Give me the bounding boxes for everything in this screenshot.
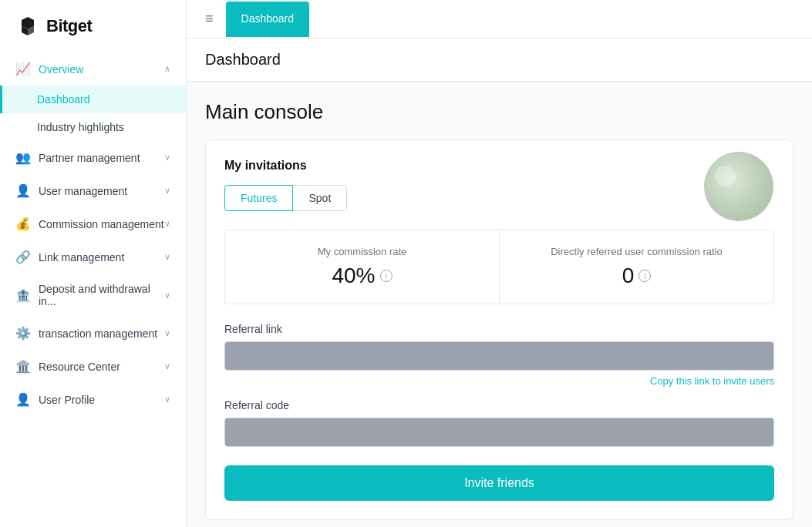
card-decoration — [692, 148, 785, 225]
referral-code-input[interactable] — [224, 418, 774, 447]
chevron-down-icon-2: ∨ — [164, 186, 170, 196]
sidebar-item-industry-highlights[interactable]: Industry highlights — [0, 113, 186, 141]
sidebar-transaction-label: transaction management — [39, 327, 157, 340]
referral-link-label: Referral link — [224, 323, 774, 335]
sidebar-user-profile-label: User Profile — [39, 394, 95, 406]
commission-icon: 💰 — [15, 217, 31, 231]
main-content: ≡ Dashboard Dashboard Main console My in… — [187, 0, 812, 527]
tab-dashboard[interactable]: Dashboard — [226, 2, 310, 37]
referral-link-section: Referral link Copy this link to invite u… — [224, 323, 774, 387]
decoration-circle — [704, 152, 773, 221]
chevron-down-icon: ∨ — [164, 153, 170, 163]
referral-code-label: Referral code — [224, 399, 774, 411]
main-card: My invitations Futures Spot My commissio… — [205, 139, 793, 520]
tab-spot-btn[interactable]: Spot — [293, 185, 347, 211]
section-title: Main console — [205, 100, 793, 124]
sidebar-item-commission-management[interactable]: 💰 Commission management ∨ — [0, 207, 186, 240]
user-mgmt-icon: 👤 — [15, 183, 31, 198]
content-area: Main console My invitations Futures Spot… — [187, 82, 812, 527]
page-header: Dashboard — [187, 39, 812, 82]
metric-commission-rate: My commission rate 40% i — [225, 230, 499, 304]
sidebar-item-link-management[interactable]: 🔗 Link management ∨ — [0, 240, 186, 274]
metrics-row: My commission rate 40% i Directly referr… — [224, 230, 774, 304]
sidebar-item-deposit-withdrawal[interactable]: 🏦 Deposit and withdrawal in... ∨ — [0, 274, 186, 317]
metric-referral-commission: Directly referred user commission ratio … — [499, 230, 773, 304]
resource-icon: 🏛️ — [15, 359, 31, 374]
chevron-down-icon-8: ∨ — [164, 394, 170, 404]
sidebar-item-partner-management[interactable]: 👥 Partner management ∨ — [0, 141, 186, 174]
transaction-icon: ⚙️ — [15, 326, 31, 341]
partner-icon: 👥 — [15, 150, 31, 165]
sidebar-item-overview[interactable]: 📈 Overview ∧ — [0, 52, 186, 86]
chevron-down-icon-5: ∨ — [164, 290, 170, 300]
sidebar-item-user-management[interactable]: 👤 User management ∨ — [0, 174, 186, 207]
sidebar-commission-label: Commission management — [39, 218, 164, 230]
tab-futures-btn[interactable]: Futures — [224, 185, 293, 211]
copy-link-button[interactable]: Copy this link to invite users — [224, 375, 774, 387]
referral-commission-info-icon[interactable]: i — [638, 270, 651, 282]
nav-section: 📈 Overview ∧ Dashboard Industry highligh… — [0, 52, 186, 527]
sidebar-link-label: Link management — [39, 251, 124, 264]
link-icon: 🔗 — [15, 250, 31, 264]
chevron-down-icon-7: ∨ — [164, 361, 170, 371]
referral-link-input[interactable] — [224, 341, 774, 371]
logo-area: Bitget — [0, 0, 186, 52]
sidebar: Bitget 📈 Overview ∧ Dashboard Industry h… — [0, 0, 187, 527]
commission-rate-value: 40% i — [244, 264, 480, 288]
sidebar-partner-label: Partner management — [39, 152, 140, 164]
bitget-logo-icon — [15, 14, 40, 39]
commission-rate-label: My commission rate — [244, 246, 480, 257]
sidebar-item-overview-label: Overview — [39, 63, 83, 76]
brand-name: Bitget — [46, 16, 92, 36]
referral-commission-label: Directly referred user commission ratio — [518, 246, 755, 257]
commission-rate-info-icon[interactable]: i — [380, 270, 393, 282]
sidebar-item-user-profile[interactable]: 👤 User Profile ∨ — [0, 383, 186, 416]
chevron-down-icon-4: ∨ — [164, 252, 170, 262]
sidebar-deposit-label: Deposit and withdrawal in... — [39, 283, 164, 307]
user-profile-icon: 👤 — [15, 392, 31, 407]
overview-icon: 📈 — [15, 62, 31, 76]
chevron-up-icon: ∧ — [164, 64, 170, 74]
top-bar: ≡ Dashboard — [187, 0, 812, 39]
sidebar-item-transaction-management[interactable]: ⚙️ transaction management ∨ — [0, 317, 186, 350]
chevron-down-icon-3: ∨ — [164, 219, 170, 229]
page-title: Dashboard — [205, 51, 793, 69]
sidebar-user-mgmt-label: User management — [39, 185, 127, 197]
sidebar-item-dashboard[interactable]: Dashboard — [0, 86, 186, 113]
sidebar-item-resource-center[interactable]: 🏛️ Resource Center ∨ — [0, 350, 186, 383]
referral-code-section: Referral code — [224, 399, 774, 447]
hamburger-icon[interactable]: ≡ — [205, 11, 214, 27]
referral-commission-value: 0 i — [518, 264, 755, 288]
sidebar-industry-label: Industry highlights — [37, 121, 124, 133]
chevron-down-icon-6: ∨ — [164, 328, 170, 338]
invite-friends-button[interactable]: Invite friends — [224, 465, 774, 501]
deposit-icon: 🏦 — [15, 288, 31, 303]
sidebar-resource-label: Resource Center — [39, 361, 120, 373]
sidebar-dashboard-label: Dashboard — [37, 93, 90, 106]
